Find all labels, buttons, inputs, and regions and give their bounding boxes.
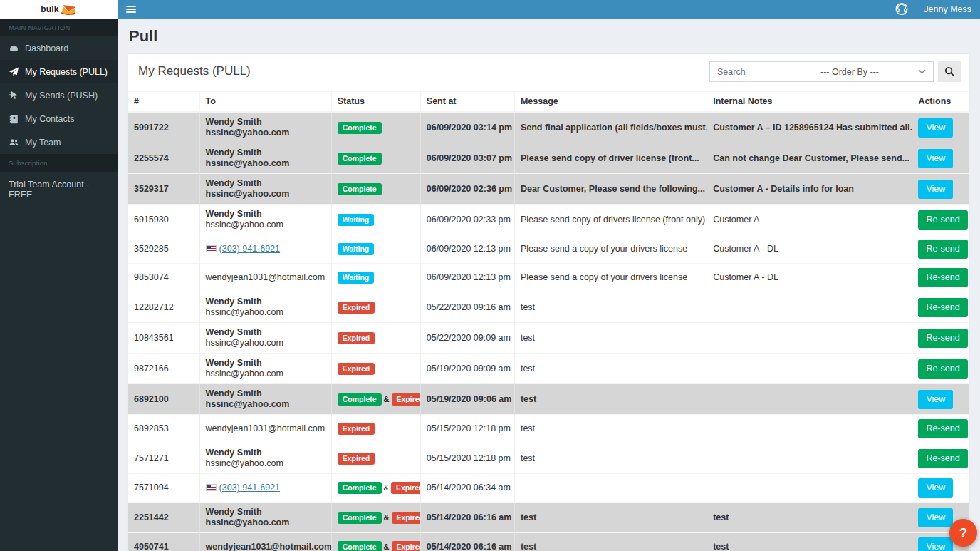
view-button[interactable]: View (918, 537, 953, 551)
status-badge-complete: Complete (338, 153, 382, 165)
sidebar-item-my-sends-push[interactable]: My Sends (PUSH) (0, 83, 118, 107)
send-cursor-icon (9, 90, 19, 101)
view-button[interactable]: View (918, 478, 953, 498)
status-separator: & (384, 542, 390, 551)
resend-button[interactable]: Re-send (918, 449, 967, 468)
view-button[interactable]: View (918, 180, 953, 199)
status-badge-expired: Expired (392, 541, 421, 551)
recipient-name: Wendy Smith (206, 148, 325, 158)
cell-request-id: 9853074 (128, 264, 199, 292)
recipient-name: Wendy Smith (206, 358, 325, 369)
column-header-message: Message (514, 92, 707, 113)
resend-button[interactable]: Re-send (918, 210, 967, 230)
cell-request-id: 7571271 (128, 443, 199, 474)
recipient-name: Wendy Smith (206, 507, 325, 517)
cell-message: test (514, 533, 707, 551)
view-button[interactable]: View (918, 508, 953, 527)
column-header-status: Status (331, 92, 420, 113)
sidebar-item-my-requests-pull[interactable]: My Requests (PULL) (0, 60, 118, 83)
cell-request-id: 6892853 (128, 415, 199, 443)
sidebar-item-label: My Sends (PUSH) (25, 91, 98, 101)
requests-table-body: 5991722Wendy Smithhssinc@yahoo.comComple… (128, 112, 969, 551)
sidebar-item-my-team[interactable]: My Team (0, 130, 118, 154)
recipient-email: hssinc@yahoo.com (206, 158, 325, 169)
sidebar-item-label: Dashboard (25, 43, 68, 53)
panel-title: My Requests (PULL) (138, 64, 251, 78)
table-row: 5991722Wendy Smithhssinc@yahoo.comComple… (128, 112, 969, 143)
table-row: 6892853wendyjean1031@hotmail.comExpired0… (128, 415, 969, 443)
cell-to: Wendy Smithhssinc@yahoo.com (199, 292, 331, 323)
cell-message: Send final application (all fields/boxes… (514, 112, 707, 143)
status-badge-expired: Expired (338, 302, 375, 314)
sidebar-toggle-button[interactable] (118, 0, 145, 19)
order-by-select[interactable]: --- Order By --- (813, 61, 934, 82)
cell-status: Complete&Expired (331, 533, 420, 551)
resend-button[interactable]: Re-send (918, 268, 967, 287)
recipient-name: Wendy Smith (206, 388, 325, 399)
recipient-email: hssinc@yahoo.com (206, 399, 325, 410)
main-content: Pull My Requests (PULL) --- Order By --- (118, 0, 980, 551)
view-button[interactable]: View (918, 118, 953, 138)
status-badge-expired: Expired (338, 363, 375, 375)
cell-status: Complete (331, 143, 420, 174)
recipient-email: hssinc@yahoo.com (206, 307, 325, 318)
user-menu[interactable]: Jenny Mess (924, 4, 971, 14)
top-navbar: Jenny Mess (118, 0, 980, 19)
recipient-phone-link[interactable]: (303) 941-6921 (219, 244, 280, 254)
resend-button[interactable]: Re-send (918, 240, 967, 259)
sidebar-nav: DashboardMy Requests (PULL)My Sends (PUS… (0, 36, 118, 154)
view-button[interactable]: View (918, 149, 953, 168)
cell-to: Wendy Smithhssinc@yahoo.com (199, 323, 331, 354)
cell-status: Expired (331, 443, 420, 474)
cell-message: test (514, 323, 707, 354)
dashboard-icon (9, 43, 19, 53)
recipient-name: Wendy Smith (206, 327, 325, 338)
status-badge-expired: Expired (338, 453, 375, 465)
help-button[interactable]: ? (949, 519, 977, 547)
cell-sent-at: 05/19/2020 09:06 am (420, 384, 514, 415)
sidebar-item-subscription-plan[interactable]: Trial Team Account - FREE (0, 172, 118, 207)
brand-logo[interactable]: bulk (0, 0, 118, 19)
cell-status: Expired (331, 323, 420, 354)
recipient-phone-link[interactable]: (303) 941-6921 (219, 483, 280, 493)
column-header-sent-at: Sent at (420, 92, 514, 113)
resend-button[interactable]: Re-send (918, 359, 967, 379)
sidebar-item-label: My Team (25, 138, 61, 148)
status-badge-expired: Expired (392, 393, 421, 406)
cell-sent-at: 06/09/2020 03:14 pm (420, 112, 514, 143)
brand-name: bulk (41, 4, 58, 14)
cell-sent-at: 05/14/2020 06:16 am (420, 533, 514, 551)
view-button[interactable]: View (918, 390, 953, 409)
status-badge-expired: Expired (391, 482, 420, 494)
support-headset-icon[interactable] (894, 1, 909, 17)
cell-message: Please send a copy of your drivers licen… (514, 235, 707, 264)
cell-sent-at: 05/14/2020 06:34 am (420, 474, 514, 503)
cell-to: Wendy Smithhssinc@yahoo.com (199, 443, 331, 474)
cell-message: Please send copy of drivers license (fro… (514, 205, 707, 235)
cell-internal-notes (707, 323, 912, 354)
resend-button[interactable]: Re-send (918, 298, 967, 317)
resend-button[interactable]: Re-send (918, 329, 967, 348)
resend-button[interactable]: Re-send (918, 419, 967, 438)
cell-to: Wendy Smithhssinc@yahoo.com (199, 354, 331, 384)
cell-to: wendyjean1031@hotmail.com (199, 264, 331, 292)
recipient-email: hssinc@yahoo.com (206, 369, 325, 379)
recipient-email: hssinc@yahoo.com (206, 517, 325, 528)
navbar-right: Jenny Mess (894, 1, 980, 17)
status-separator: & (384, 395, 390, 403)
sidebar-section-subscription: Subscription (0, 154, 118, 172)
sidebar-item-dashboard[interactable]: Dashboard (0, 36, 118, 60)
cell-message: test (514, 384, 707, 415)
search-input[interactable] (709, 61, 813, 82)
sidebar-item-my-contacts[interactable]: My Contacts (0, 107, 118, 130)
search-button[interactable] (938, 61, 961, 82)
table-row: 2255574Wendy Smithhssinc@yahoo.comComple… (128, 143, 969, 174)
table-row: 7571094(303) 941-6921Complete&Expired05/… (128, 474, 969, 503)
cell-internal-notes: test (707, 503, 912, 533)
cell-request-id: 5991722 (128, 112, 199, 143)
cell-request-id: 3529285 (128, 235, 199, 264)
cell-internal-notes: Customer A – ID 1258965124 Has submitted… (707, 112, 912, 143)
us-flag-icon (206, 245, 217, 252)
recipient-name: Wendy Smith (206, 448, 325, 458)
table-row: 7571271Wendy Smithhssinc@yahoo.comExpire… (128, 443, 969, 474)
